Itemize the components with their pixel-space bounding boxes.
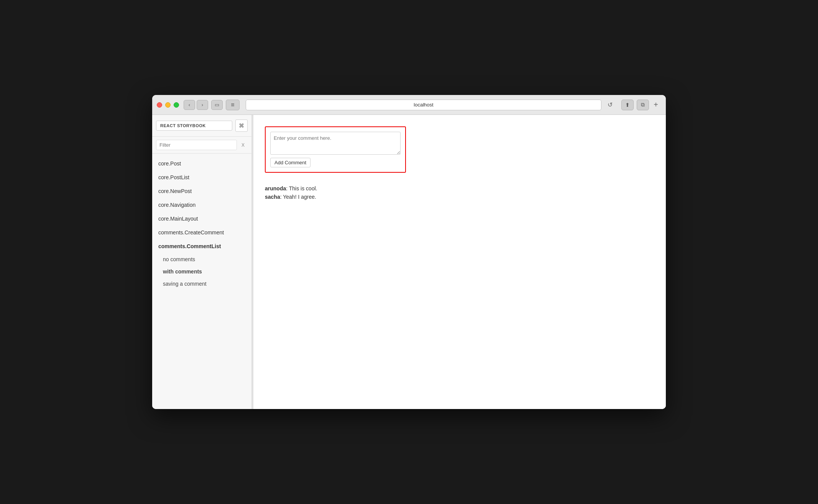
add-tab-icon: + [654, 100, 658, 109]
filter-bar: X [152, 137, 251, 154]
comment-text-1: Yeah! I agree. [283, 194, 316, 200]
comment-entry-1: sacha: Yeah! I agree. [265, 193, 654, 201]
nav-item-comments-commentlist[interactable]: comments.CommentList [152, 239, 251, 253]
comment-textarea[interactable] [270, 132, 401, 155]
filter-input[interactable] [156, 140, 237, 150]
windows-button[interactable]: ⧉ [637, 100, 649, 110]
nav-buttons: ‹ › [184, 100, 208, 110]
storybook-title-button[interactable]: REACT STORYBOOK [156, 121, 232, 131]
comment-author-0: arunoda [265, 185, 286, 191]
close-button[interactable] [157, 102, 162, 108]
nav-sub-item-saving-comment[interactable]: saving a comment [152, 278, 251, 290]
back-button[interactable]: ‹ [184, 100, 195, 110]
minimize-button[interactable] [165, 102, 171, 108]
nav-item-core-postlist[interactable]: core.PostList [152, 170, 251, 184]
comment-entry-0: arunoda: This is cool. [265, 184, 654, 193]
keyboard-shortcut-button[interactable]: ⌘ [235, 119, 248, 132]
main-content: Add Comment arunoda: This is cool. sacha… [253, 115, 666, 409]
add-tab-button[interactable]: + [650, 100, 661, 110]
nav-sub-item-no-comments[interactable]: no comments [152, 253, 251, 265]
reload-button[interactable]: ↺ [604, 100, 615, 110]
storybook-title: REACT STORYBOOK [160, 123, 206, 128]
title-bar: ‹ › ▭ ≡ localhost ↺ ⬆ ⧉ + [152, 95, 666, 115]
layers-icon: ≡ [231, 101, 234, 108]
keyboard-icon: ⌘ [239, 123, 244, 129]
filter-clear-button[interactable]: X [238, 141, 248, 150]
forward-icon: › [202, 102, 203, 108]
storybook-header: REACT STORYBOOK ⌘ [152, 115, 251, 137]
browser-content: REACT STORYBOOK ⌘ X core.Post core.PostL… [152, 115, 666, 409]
layers-button[interactable]: ≡ [226, 100, 240, 110]
toolbar-right: ⬆ ⧉ [621, 100, 649, 110]
address-bar[interactable]: localhost [246, 100, 601, 110]
comments-list: arunoda: This is cool. sacha: Yeah! I ag… [265, 184, 654, 201]
nav-item-core-newpost[interactable]: core.NewPost [152, 184, 251, 198]
nav-item-comments-createcomment[interactable]: comments.CreateComment [152, 226, 251, 239]
nav-list: core.Post core.PostList core.NewPost cor… [152, 154, 251, 293]
maximize-button[interactable] [174, 102, 179, 108]
comment-form: Add Comment [265, 126, 406, 173]
nav-item-core-post[interactable]: core.Post [152, 157, 251, 170]
add-comment-button[interactable]: Add Comment [270, 158, 310, 167]
comment-text-0: This is cool. [289, 185, 317, 191]
nav-item-core-mainlayout[interactable]: core.MainLayout [152, 212, 251, 226]
forward-button[interactable]: › [197, 100, 208, 110]
share-button[interactable]: ⬆ [621, 100, 634, 110]
comment-author-1: sacha [265, 194, 280, 200]
back-icon: ‹ [189, 102, 190, 108]
sidebar-toggle-button[interactable]: ▭ [211, 100, 223, 110]
windows-icon: ⧉ [641, 101, 645, 108]
sidebar-icon: ▭ [215, 102, 219, 108]
clear-icon: X [241, 142, 245, 148]
browser-window: ‹ › ▭ ≡ localhost ↺ ⬆ ⧉ + [152, 95, 666, 409]
traffic-lights [157, 102, 179, 108]
nav-item-core-navigation[interactable]: core.Navigation [152, 198, 251, 212]
nav-sub-item-with-comments[interactable]: with comments [152, 265, 251, 278]
reload-icon: ↺ [608, 101, 613, 108]
url-text: localhost [414, 102, 433, 108]
share-icon: ⬆ [625, 102, 630, 108]
sidebar: REACT STORYBOOK ⌘ X core.Post core.PostL… [152, 115, 252, 409]
